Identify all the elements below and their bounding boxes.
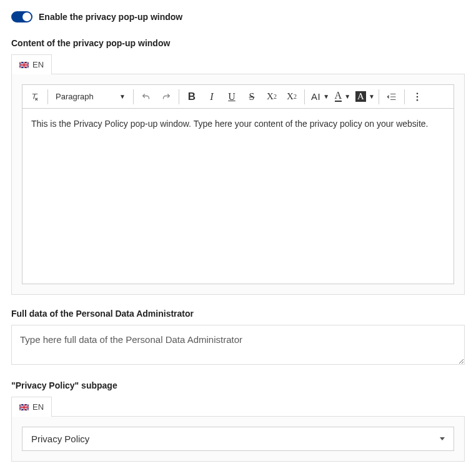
lang-tab-label: EN [32,60,44,69]
subpage-panel: Privacy Policy [11,416,465,462]
editor-content[interactable]: This is the Privacy Policy pop-up window… [22,109,454,284]
paragraph-dropdown[interactable]: Paragraph ▼ [51,87,131,107]
undo-button[interactable] [136,87,156,107]
text-color-button[interactable]: A ▼ [331,87,352,107]
subpage-lang-tab-en[interactable]: EN [11,397,52,417]
italic-button[interactable]: I [202,87,222,107]
svg-point-2 [417,96,419,97]
enable-toggle-label: Enable the privacy pop-up window [39,12,182,22]
bg-color-a: A [355,91,366,102]
subscript-2: 2 [274,93,277,100]
separator [404,89,405,104]
bold-button[interactable]: B [182,87,202,107]
text-color-a: A [335,91,342,101]
more-options-button[interactable] [407,87,427,107]
editor-toolbar: Paragraph ▼ B I [22,85,454,109]
separator [304,89,305,104]
case-button[interactable]: AI ▼ [307,87,331,107]
caret-down-icon [440,437,445,440]
subpage-lang-label: EN [32,402,44,412]
superscript-2: 2 [294,93,297,100]
flag-gb-icon [19,404,29,410]
admin-label: Full data of the Personal Data Administr… [11,309,465,319]
clear-formatting-button[interactable] [25,87,45,107]
chevron-down-icon: ▼ [369,93,375,100]
case-label: AI [311,91,320,102]
flag-gb-icon [19,62,29,68]
chevron-down-icon: ▼ [323,93,329,100]
underline-button[interactable]: U [222,87,242,107]
chevron-down-icon: ▼ [344,93,350,100]
subscript-x: X [267,91,274,102]
superscript-button[interactable]: X2 [282,87,302,107]
separator [179,89,179,104]
svg-point-1 [417,92,419,94]
separator [133,89,134,104]
admin-data-textarea[interactable] [11,325,465,365]
content-panel: Paragraph ▼ B I [11,74,465,295]
lang-tab-en[interactable]: EN [11,54,52,74]
superscript-x: X [287,91,294,102]
subpage-selected: Privacy Policy [31,434,89,444]
paragraph-label: Paragraph [56,92,94,101]
separator [47,89,48,104]
svg-point-3 [417,99,419,101]
content-label: Content of the privacy pop-up window [11,38,465,48]
outdent-button[interactable] [382,87,402,107]
rich-text-editor: Paragraph ▼ B I [22,84,454,284]
strikethrough-button[interactable]: S [242,87,262,107]
separator [379,89,379,104]
chevron-down-icon: ▼ [119,93,126,100]
subpage-dropdown[interactable]: Privacy Policy [22,427,454,451]
redo-button[interactable] [156,87,176,107]
background-color-button[interactable]: A ▼ [352,87,376,107]
subscript-button[interactable]: X2 [262,87,282,107]
subpage-label: "Privacy Policy" subpage [11,380,465,390]
enable-toggle[interactable] [11,11,32,22]
